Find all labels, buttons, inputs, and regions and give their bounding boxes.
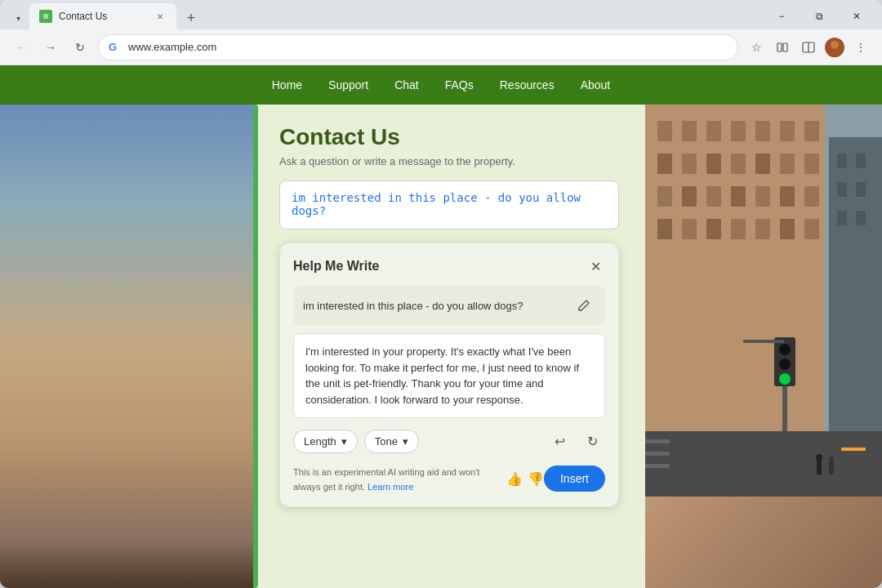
svg-rect-65 [706,154,721,174]
svg-rect-40 [0,431,253,497]
green-accent-strip [253,105,258,588]
nav-faqs[interactable]: FAQs [445,78,474,91]
svg-rect-36 [163,252,176,268]
svg-point-104 [829,457,834,461]
undo-button[interactable]: ↩ [546,428,572,454]
svg-rect-49 [12,382,16,448]
forward-button[interactable]: → [39,36,62,59]
svg-rect-80 [731,219,746,239]
profile-button[interactable] [797,36,820,59]
new-tab-button[interactable]: + [180,7,203,29]
message-input[interactable]: im interested in this place - do you all… [279,180,619,229]
svg-rect-11 [0,105,147,497]
svg-rect-62 [804,121,819,141]
tone-dropdown[interactable]: Tone ▾ [364,430,419,453]
nav-home[interactable]: Home [272,78,302,91]
reload-button[interactable]: ↻ [69,36,91,59]
close-button[interactable]: ✕ [838,3,875,29]
svg-rect-31 [225,186,237,203]
maximize-button[interactable]: ⧉ [800,3,838,29]
svg-rect-4 [777,43,782,51]
tab-close-button[interactable]: ✕ [154,10,167,23]
svg-point-9 [827,50,842,57]
svg-point-51 [2,381,11,387]
svg-rect-39 [225,252,237,268]
svg-rect-87 [837,182,847,197]
reader-mode-button[interactable] [771,36,794,59]
tab-menu-button[interactable]: ▾ [7,7,29,29]
page-title: Contact Us [279,124,619,150]
toolbar-actions: ☆ ⋮ [745,36,872,59]
minimize-button[interactable]: − [763,3,800,29]
svg-rect-83 [804,219,819,239]
page-body: Contact Us Ask a question or write a mes… [0,105,882,588]
nav-support[interactable]: Support [328,78,368,91]
browser-window: ▾ Contact Us ✕ + − ⧉ ✕ ← → ↻ G www.examp… [0,0,882,588]
svg-rect-98 [645,439,670,443]
svg-rect-32 [163,219,176,235]
svg-rect-46 [78,441,109,452]
svg-rect-60 [755,121,770,141]
svg-rect-37 [184,252,196,268]
nav-about[interactable]: About [581,78,611,91]
svg-rect-69 [804,154,819,174]
svg-rect-5 [783,43,787,51]
svg-rect-90 [856,211,866,225]
length-chevron-icon: ▾ [341,435,347,448]
address-bar[interactable]: G www.example.com [98,34,738,60]
svg-rect-74 [755,186,770,207]
svg-rect-72 [706,186,721,207]
svg-rect-99 [645,452,670,456]
thumbs-down-button[interactable]: 👎 [528,471,544,487]
svg-rect-63 [657,154,672,174]
back-button[interactable]: ← [10,36,33,59]
browser-tab[interactable]: Contact Us ✕ [29,3,176,29]
user-avatar [825,38,844,57]
prompt-row: im interested in this place - do you all… [293,286,605,325]
menu-button[interactable]: ⋮ [849,36,872,59]
svg-rect-79 [706,219,721,239]
tab-favicon [39,10,52,23]
svg-point-94 [779,359,791,370]
svg-rect-77 [657,219,672,239]
svg-rect-100 [645,464,670,468]
avatar-button[interactable] [823,36,846,59]
edit-prompt-button[interactable] [572,294,595,317]
background-left [0,105,253,588]
svg-rect-97 [645,431,882,497]
redo-button[interactable]: ↻ [579,428,605,454]
svg-rect-85 [837,154,847,168]
svg-rect-28 [163,186,176,203]
nav-chat[interactable]: Chat [394,78,419,91]
site-nav: Home Support Chat FAQs Resources About [0,65,882,105]
svg-rect-66 [731,154,746,174]
controls-row: Length ▾ Tone ▾ ↩ ↻ [293,428,605,454]
svg-rect-30 [204,186,216,203]
learn-more-link[interactable]: Learn more [368,482,413,492]
svg-rect-27 [151,170,253,497]
svg-rect-52 [45,456,51,472]
svg-rect-103 [829,461,834,474]
url-display: www.example.com [128,41,216,53]
thumbs-up-button[interactable]: 👍 [506,471,523,487]
svg-rect-35 [225,219,237,235]
svg-rect-88 [856,182,866,197]
tab-title: Contact Us [59,11,107,22]
length-dropdown[interactable]: Length ▾ [293,430,358,453]
svg-rect-64 [682,154,697,174]
svg-rect-45 [74,446,114,464]
svg-rect-61 [780,121,795,141]
svg-rect-81 [755,219,770,239]
popup-close-button[interactable]: ✕ [586,256,605,276]
nav-resources[interactable]: Resources [500,78,555,91]
svg-rect-10 [0,105,253,497]
svg-rect-82 [780,219,795,239]
insert-button[interactable]: Insert [544,466,605,492]
footer-row: This is an experimental AI writing aid a… [293,464,605,493]
svg-rect-42 [29,441,60,452]
svg-rect-58 [706,121,721,141]
svg-rect-76 [804,186,819,207]
svg-rect-38 [204,252,216,268]
bookmark-button[interactable]: ☆ [745,36,768,59]
tone-chevron-icon: ▾ [403,435,408,448]
